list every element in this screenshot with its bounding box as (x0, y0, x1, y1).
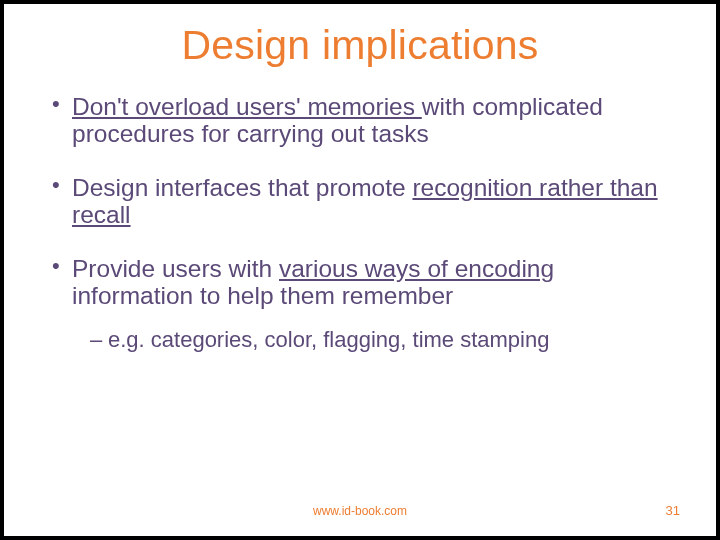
bullet-item: Provide users with various ways of encod… (50, 255, 670, 353)
footer-url: www.id-book.com (4, 504, 716, 518)
bullet-text-pre: Design interfaces that promote (72, 174, 412, 201)
page-number: 31 (666, 503, 680, 518)
sub-bullet-item: e.g. categories, color, flagging, time s… (90, 328, 670, 353)
bullet-text-underlined: various ways of encoding (279, 255, 554, 282)
bullet-item: Don't overload users' memories with comp… (50, 93, 670, 148)
bullet-text-pre: Provide users with (72, 255, 279, 282)
bullet-list: Don't overload users' memories with comp… (50, 93, 670, 352)
bullet-item: Design interfaces that promote recogniti… (50, 174, 670, 229)
bullet-text-underlined: Don't overload users' memories (72, 93, 422, 120)
slide: Design implications Don't overload users… (4, 4, 716, 536)
slide-title: Design implications (50, 22, 670, 69)
bullet-text-post: information to help them remember (72, 282, 453, 309)
sub-bullet-text: e.g. categories, color, flagging, time s… (108, 327, 549, 352)
sub-bullet-list: e.g. categories, color, flagging, time s… (90, 328, 670, 353)
